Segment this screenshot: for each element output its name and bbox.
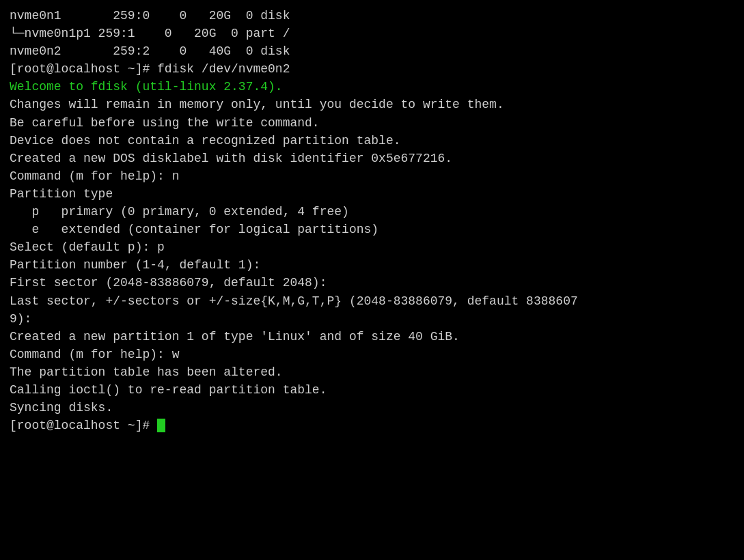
terminal-line: [root@localhost ~]# [10, 417, 734, 434]
terminal-text: Changes will remain in memory only, unti… [10, 98, 504, 111]
terminal-line: e extended (container for logical partit… [10, 221, 734, 238]
terminal-line: Calling ioctl() to re-read partition tab… [10, 381, 734, 399]
terminal-text: Last sector, +/-sectors or +/-size{K,M,G… [10, 294, 578, 308]
terminal-text: Command (m for help): w [10, 348, 179, 361]
terminal-line: Changes will remain in memory only, unti… [10, 96, 734, 113]
terminal-text: 9): [10, 312, 31, 326]
terminal-line: Be careful before using the write comman… [10, 114, 734, 132]
terminal-line: First sector (2048-83886079, default 204… [10, 274, 734, 292]
terminal-text: [root@localhost ~]# fdisk /dev/nvme0n2 [10, 62, 290, 76]
terminal-text: e extended (container for logical partit… [10, 223, 378, 236]
terminal-text: Select (default p): p [10, 240, 165, 254]
terminal-line: [root@localhost ~]# fdisk /dev/nvme0n2 [10, 60, 734, 78]
terminal-text: The partition table has been altered. [10, 365, 283, 379]
terminal-line: Syncing disks. [10, 399, 734, 417]
terminal-text: Command (m for help): n [10, 169, 179, 183]
terminal-line: Select (default p): p [10, 238, 734, 256]
terminal-text: Be careful before using the write comman… [10, 116, 320, 130]
terminal-line: Partition number (1-4, default 1): [10, 256, 734, 274]
terminal-line: Welcome to fdisk (util-linux 2.37.4). [10, 78, 734, 96]
terminal-cursor [157, 419, 165, 432]
terminal-text: nvme0n2 259:2 0 40G 0 disk [10, 44, 290, 58]
terminal-text: Created a new DOS disklabel with disk id… [10, 152, 452, 165]
terminal-text: └─nvme0n1p1 259:1 0 20G 0 part / [10, 27, 290, 40]
terminal-line: └─nvme0n1p1 259:1 0 20G 0 part / [10, 25, 734, 42]
terminal-text: nvme0n1 259:0 0 20G 0 disk [10, 9, 290, 23]
terminal-line: nvme0n1 259:0 0 20G 0 disk [10, 7, 734, 25]
terminal-line: Created a new DOS disklabel with disk id… [10, 150, 734, 167]
terminal-text: [root@localhost ~]# [10, 419, 157, 432]
terminal-text: First sector (2048-83886079, default 204… [10, 276, 327, 290]
terminal-window[interactable]: nvme0n1 259:0 0 20G 0 disk└─nvme0n1p1 25… [0, 0, 744, 560]
terminal-line: The partition table has been altered. [10, 363, 734, 381]
terminal-text: Calling ioctl() to re-read partition tab… [10, 383, 327, 397]
terminal-line: p primary (0 primary, 0 extended, 4 free… [10, 203, 734, 221]
terminal-text: Syncing disks. [10, 401, 113, 415]
terminal-line: Last sector, +/-sectors or +/-size{K,M,G… [10, 292, 734, 310]
terminal-text: Device does not contain a recognized par… [10, 134, 401, 148]
terminal-line: Command (m for help): w [10, 346, 734, 363]
terminal-line: Partition type [10, 185, 734, 203]
terminal-text: Partition number (1-4, default 1): [10, 258, 260, 272]
terminal-text: Created a new partition 1 of type 'Linux… [10, 330, 460, 344]
terminal-text: p primary (0 primary, 0 extended, 4 free… [10, 205, 349, 219]
terminal-text: Welcome to fdisk (util-linux 2.37.4). [10, 80, 283, 94]
terminal-line: Command (m for help): n [10, 167, 734, 185]
terminal-text: Partition type [10, 187, 113, 201]
terminal-line: Created a new partition 1 of type 'Linux… [10, 328, 734, 346]
terminal-line: nvme0n2 259:2 0 40G 0 disk [10, 42, 734, 60]
terminal-line: Device does not contain a recognized par… [10, 132, 734, 150]
terminal-line: 9): [10, 310, 734, 328]
